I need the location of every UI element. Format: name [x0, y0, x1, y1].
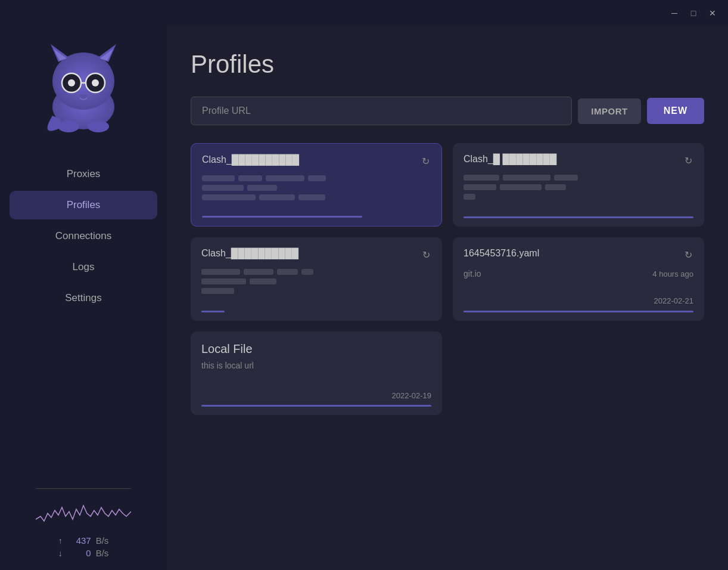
minimize-button[interactable]: ─ — [666, 5, 683, 21]
local-file-date: 2022-02-19 — [201, 391, 431, 400]
logo-area — [36, 38, 131, 136]
blur-block-2 — [202, 185, 431, 191]
profile-url-input[interactable] — [191, 97, 572, 125]
card-subtitle-4: git.io — [463, 269, 481, 278]
svg-point-11 — [80, 94, 87, 98]
blur-block-3 — [202, 194, 431, 200]
svg-point-9 — [68, 79, 75, 86]
local-file-title: Local File — [201, 342, 431, 356]
url-bar-row: IMPORT NEW — [191, 97, 704, 125]
redacted-5 — [202, 185, 244, 191]
card-blurred-3 — [201, 269, 431, 306]
card-refresh-btn-1[interactable]: ↻ — [421, 154, 431, 168]
card-header-1: Clash_██████████ ↻ — [202, 154, 431, 168]
card-blurred-2 — [463, 175, 693, 212]
redacted-9 — [298, 194, 325, 200]
card-refresh-btn-2[interactable]: ↻ — [683, 154, 693, 168]
close-button[interactable]: ✕ — [704, 5, 721, 21]
redacted-10 — [463, 175, 499, 181]
app-body: Proxies Profiles Connections Logs Settin… — [0, 26, 728, 570]
network-chart — [36, 498, 131, 528]
sidebar-item-logs[interactable]: Logs — [10, 253, 157, 281]
blur-block-4 — [463, 175, 693, 181]
sidebar-item-connections[interactable]: Connections — [10, 222, 157, 250]
local-file-card[interactable]: Local File this is local url 2022-02-19 — [191, 332, 442, 415]
download-value: 0 — [67, 548, 91, 558]
card-progress-4 — [463, 311, 693, 312]
redacted-17 — [201, 269, 240, 275]
card-title-4: 1645453716.yaml — [463, 248, 679, 259]
card-header-4: 1645453716.yaml ↻ — [463, 248, 693, 262]
upload-value: 437 — [67, 535, 91, 546]
redacted-14 — [500, 184, 542, 190]
card-progress-1 — [202, 216, 362, 218]
nav-items: Proxies Profiles Connections Logs Settin… — [10, 160, 157, 312]
blur-block-5 — [463, 184, 693, 190]
app-logo — [36, 38, 131, 134]
local-file-url: this is local url — [201, 361, 431, 386]
card-header-2: Clash_█ ████████ ↻ — [463, 154, 693, 168]
network-stats: ↑ 437 B/s ↓ 0 B/s — [10, 535, 157, 558]
card-refresh-btn-4[interactable]: ↻ — [683, 248, 693, 262]
card-date-4: 2022-02-21 — [654, 296, 694, 305]
page-title: Profiles — [191, 50, 704, 79]
redacted-2 — [238, 175, 262, 181]
redacted-7 — [202, 194, 256, 200]
download-stat: ↓ 0 B/s — [10, 548, 157, 558]
svg-point-13 — [88, 120, 109, 132]
blur-block-6 — [463, 194, 693, 200]
blur-block-8 — [201, 278, 431, 284]
redacted-6 — [247, 185, 277, 191]
profile-card-3[interactable]: Clash_██████████ ↻ — [191, 237, 442, 321]
redacted-19 — [277, 269, 298, 275]
redacted-4 — [308, 175, 326, 181]
redacted-13 — [463, 184, 496, 190]
sidebar-item-profiles[interactable]: Profiles — [10, 191, 157, 219]
sidebar-item-settings[interactable]: Settings — [10, 284, 157, 312]
maximize-button[interactable]: □ — [685, 5, 702, 21]
redacted-3 — [266, 175, 304, 181]
profile-card-4[interactable]: 1645453716.yaml ↻ git.io 4 hours ago 202… — [453, 237, 704, 321]
upload-stat: ↑ 437 B/s — [10, 535, 157, 546]
local-file-progress — [201, 405, 431, 407]
main-content: Profiles IMPORT NEW Clash_██████████ ↻ — [167, 26, 728, 570]
redacted-15 — [545, 184, 566, 190]
sidebar-divider — [36, 488, 131, 489]
upload-unit: B/s — [96, 535, 109, 546]
card-title-2: Clash_█ ████████ — [463, 154, 679, 165]
redacted-22 — [250, 278, 276, 284]
card-title-3: Clash_██████████ — [201, 248, 416, 259]
redacted-23 — [201, 288, 234, 294]
blur-block-9 — [201, 288, 431, 294]
redacted-8 — [259, 194, 295, 200]
profile-card-1[interactable]: Clash_██████████ ↻ — [191, 143, 442, 227]
redacted-11 — [503, 175, 550, 181]
card-blurred-1 — [202, 175, 431, 211]
card-title-1: Clash_██████████ — [202, 154, 416, 165]
redacted-20 — [301, 269, 313, 275]
sidebar-item-proxies[interactable]: Proxies — [10, 160, 157, 188]
card-header-3: Clash_██████████ ↻ — [201, 248, 431, 262]
titlebar: ─ □ ✕ — [0, 0, 728, 26]
redacted-18 — [244, 269, 273, 275]
sidebar-bottom: ↑ 437 B/s ↓ 0 B/s — [10, 488, 157, 558]
redacted-1 — [202, 175, 235, 181]
card-refresh-btn-3[interactable]: ↻ — [421, 248, 431, 262]
card-timeago-4: 4 hours ago — [652, 269, 693, 278]
blur-block-7 — [201, 269, 431, 275]
sidebar: Proxies Profiles Connections Logs Settin… — [0, 26, 167, 570]
svg-point-10 — [92, 79, 99, 86]
download-icon: ↓ — [58, 549, 63, 558]
redacted-21 — [201, 278, 246, 284]
card-progress-2 — [463, 216, 693, 218]
card-progress-3 — [201, 311, 225, 312]
redacted-16 — [463, 194, 475, 200]
new-button[interactable]: NEW — [647, 98, 704, 124]
import-button[interactable]: IMPORT — [578, 98, 640, 124]
redacted-12 — [554, 175, 578, 181]
download-unit: B/s — [96, 548, 109, 558]
empty-grid-cell — [453, 332, 704, 415]
profile-card-2[interactable]: Clash_█ ████████ ↻ — [453, 143, 704, 227]
blur-block-1 — [202, 175, 431, 181]
profiles-grid: Clash_██████████ ↻ — [191, 143, 704, 321]
